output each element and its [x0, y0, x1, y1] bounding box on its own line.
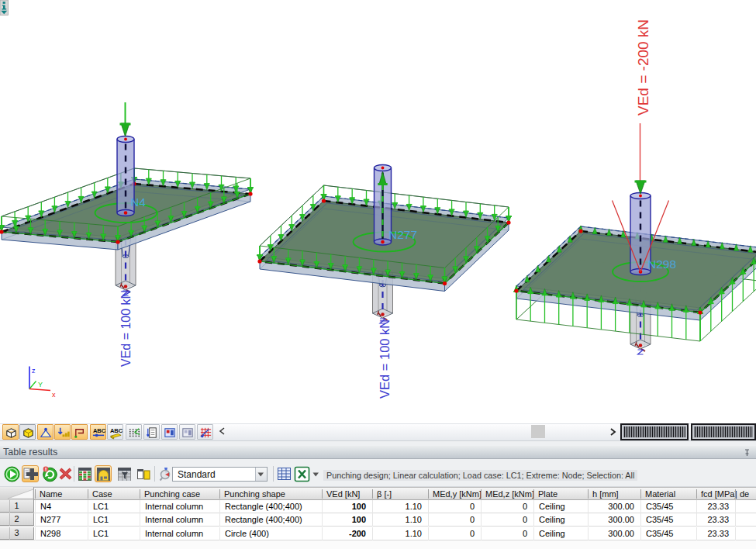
svg-text:Y: Y	[38, 381, 43, 388]
svg-text:VEd = 100 kN: VEd = 100 kN	[119, 290, 133, 367]
svg-text:N298: N298	[647, 257, 676, 271]
svg-text:ABC: ABC	[110, 427, 123, 434]
svg-text:VEd = 100 kN: VEd = 100 kN	[378, 319, 392, 399]
svg-text:ABC: ABC	[92, 427, 105, 434]
svg-text:z: z	[32, 367, 36, 375]
svg-text:VEd = -200 kN: VEd = -200 kN	[635, 19, 651, 116]
svg-text:N4: N4	[130, 195, 146, 209]
svg-text:N277: N277	[388, 228, 417, 241]
svg-text:x: x	[52, 391, 56, 399]
